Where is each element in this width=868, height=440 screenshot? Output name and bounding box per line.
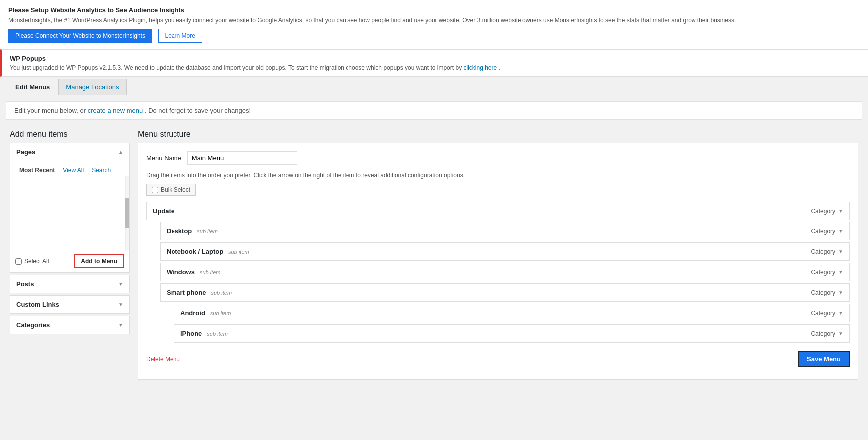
monsterinsights-desc: MonsterInsights, the #1 WordPress Analyt… xyxy=(8,17,860,24)
menu-name-input[interactable] xyxy=(187,151,297,165)
learn-more-button[interactable]: Learn More xyxy=(158,29,202,43)
menu-item-smartphone-name: Smart phone xyxy=(167,289,206,296)
pages-accordion-header[interactable]: Pages ▲ xyxy=(10,143,129,161)
pages-header-label: Pages xyxy=(16,148,35,156)
menu-item-update-left: Update xyxy=(153,207,174,215)
wppopups-message: You just upgraded to WP Popups v2.1.5.3.… xyxy=(10,64,860,71)
tab-edit-menus[interactable]: Edit Menus xyxy=(8,79,57,95)
menu-item-iphone: iPhone sub item Category ▼ xyxy=(174,324,850,343)
menu-item-notebook-name: Notebook / Laptop xyxy=(167,248,223,255)
add-menu-items-panel: Add menu items Pages ▲ Most Recent View … xyxy=(10,124,130,380)
pages-list[interactable] xyxy=(10,176,129,250)
pages-tab-view-all[interactable]: View All xyxy=(59,165,88,176)
menu-item-smartphone-row: Smart phone sub item Category ▼ xyxy=(161,284,849,301)
info-text-after: . Do not forget to save your changes! xyxy=(145,107,251,114)
categories-header-label: Categories xyxy=(16,321,50,329)
menu-item-notebook-row: Notebook / Laptop sub item Category ▼ xyxy=(161,243,849,260)
structure-box: Menu Name Drag the items into the order … xyxy=(138,143,858,380)
select-all-label[interactable]: Select All xyxy=(15,258,49,265)
menu-item-iphone-row: iPhone sub item Category ▼ xyxy=(174,325,849,342)
wppopups-text-suffix: . xyxy=(499,64,500,71)
posts-collapse-arrow: ▼ xyxy=(118,281,123,287)
menu-item-notebook-type: Category xyxy=(811,248,835,255)
menu-tabs-wrap: Edit Menus Manage Locations xyxy=(0,79,868,95)
menu-item-iphone-arrow[interactable]: ▼ xyxy=(838,331,843,336)
wppopups-title: WP Popups xyxy=(10,55,860,62)
monsterinsights-title: Please Setup Website Analytics to See Au… xyxy=(8,6,860,14)
menu-item-smartphone-arrow[interactable]: ▼ xyxy=(838,290,843,295)
menu-item-update-arrow[interactable]: ▼ xyxy=(838,208,843,214)
menu-item-desktop-arrow[interactable]: ▼ xyxy=(838,228,843,234)
add-menu-items-title: Add menu items xyxy=(10,130,130,139)
connect-website-button[interactable]: Please Connect Your Website to MonsterIn… xyxy=(8,29,152,43)
categories-accordion-header[interactable]: Categories ▼ xyxy=(10,316,129,334)
menu-item-desktop: Desktop sub item Category ▼ xyxy=(160,222,850,240)
pages-scroll-track xyxy=(125,176,129,250)
select-all-text: Select All xyxy=(24,258,49,265)
categories-collapse-arrow: ▼ xyxy=(118,322,123,328)
menu-structure-panel: Menu structure Menu Name Drag the items … xyxy=(138,124,858,380)
posts-section: Posts ▼ xyxy=(10,275,130,293)
menu-item-android-type: Category xyxy=(811,310,835,317)
pages-actions: Select All Add to Menu xyxy=(10,250,129,272)
wppopups-clicking-here-link[interactable]: clicking here xyxy=(463,64,497,71)
menu-item-update-type: Category xyxy=(811,208,835,215)
menu-item-windows-type: Category xyxy=(811,269,835,276)
pages-list-inner xyxy=(12,178,127,248)
wppopups-notice: WP Popups You just upgraded to WP Popups… xyxy=(0,49,868,77)
menu-info-bar: Edit your menu below, or create a new me… xyxy=(6,101,862,120)
custom-links-accordion-header[interactable]: Custom Links ▼ xyxy=(10,296,129,313)
menu-item-windows: Windows sub item Category ▼ xyxy=(160,263,850,281)
bulk-select-label: Bulk Select xyxy=(161,186,190,193)
menu-item-desktop-right: Category ▼ xyxy=(811,228,843,235)
posts-accordion-header[interactable]: Posts ▼ xyxy=(10,275,129,293)
drag-hint-text: Drag the items into the order you prefer… xyxy=(146,172,850,179)
menu-item-smartphone-type: Category xyxy=(811,289,835,296)
menu-item-update-name: Update xyxy=(153,207,174,215)
menu-item-windows-name: Windows xyxy=(167,268,195,276)
menu-item-smartphone-sub: sub item xyxy=(211,290,232,296)
menu-tabs: Edit Menus Manage Locations xyxy=(8,79,860,95)
delete-menu-link[interactable]: Delete Menu xyxy=(146,356,180,363)
posts-header-label: Posts xyxy=(16,280,34,288)
menu-item-desktop-row: Desktop sub item Category ▼ xyxy=(161,222,849,240)
menu-item-smartphone-right: Category ▼ xyxy=(811,289,843,296)
select-all-checkbox[interactable] xyxy=(15,258,22,265)
menu-item-smartphone: Smart phone sub item Category ▼ xyxy=(160,283,850,302)
pages-tab-most-recent[interactable]: Most Recent xyxy=(15,165,59,176)
menu-item-desktop-left: Desktop sub item xyxy=(167,227,218,235)
bulk-select-row: Bulk Select xyxy=(146,184,850,196)
menu-item-windows-sub: sub item xyxy=(200,269,221,275)
menu-item-windows-arrow[interactable]: ▼ xyxy=(838,269,843,275)
monsterinsights-notice: Please Setup Website Analytics to See Au… xyxy=(0,0,868,49)
menu-item-desktop-sub: sub item xyxy=(197,228,218,234)
menu-item-iphone-name: iPhone xyxy=(180,330,202,337)
info-text-before: Edit your menu below, or xyxy=(14,107,88,114)
add-to-menu-button[interactable]: Add to Menu xyxy=(74,254,124,268)
menu-item-android-arrow[interactable]: ▼ xyxy=(838,310,843,316)
save-menu-button[interactable]: Save Menu xyxy=(798,351,850,367)
menu-item-android-sub: sub item xyxy=(210,310,231,316)
menu-item-windows-left: Windows sub item xyxy=(167,268,221,276)
menu-item-update-row: Update Category ▼ xyxy=(147,202,849,220)
menu-item-android-right: Category ▼ xyxy=(811,310,843,317)
menu-item-iphone-left: iPhone sub item xyxy=(180,330,228,337)
create-new-menu-link[interactable]: create a new menu xyxy=(88,107,143,114)
bulk-select-checkbox[interactable] xyxy=(152,187,158,193)
menu-item-desktop-type: Category xyxy=(811,228,835,235)
tab-manage-locations[interactable]: Manage Locations xyxy=(58,79,126,95)
custom-links-section: Custom Links ▼ xyxy=(10,295,130,314)
pages-tab-search[interactable]: Search xyxy=(88,165,115,176)
categories-section: Categories ▼ xyxy=(10,316,130,334)
pages-scroll-thumb xyxy=(125,198,129,227)
menu-item-notebook: Notebook / Laptop sub item Category ▼ xyxy=(160,242,850,261)
bulk-select-button[interactable]: Bulk Select xyxy=(146,184,196,196)
menu-item-android: Android sub item Category ▼ xyxy=(174,304,850,322)
menu-item-update-right: Category ▼ xyxy=(811,208,843,215)
menu-item-notebook-arrow[interactable]: ▼ xyxy=(838,249,843,254)
menu-item-android-row: Android sub item Category ▼ xyxy=(174,304,849,322)
menu-item-notebook-right: Category ▼ xyxy=(811,248,843,255)
pages-collapse-arrow: ▲ xyxy=(118,149,123,155)
menu-editor: Add menu items Pages ▲ Most Recent View … xyxy=(6,124,862,380)
menu-footer: Delete Menu Save Menu xyxy=(146,345,850,371)
